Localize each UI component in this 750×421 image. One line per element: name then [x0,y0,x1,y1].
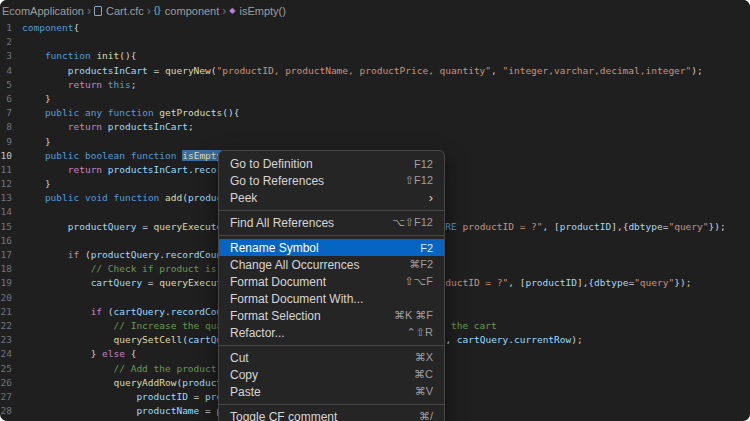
code-text: } [22,135,51,149]
code-line[interactable]: 7 public any function getProducts(){ [0,106,750,120]
menu-item-cut[interactable]: Cut⌘X [219,349,444,366]
code-text: return productsInCart; [22,120,194,134]
line-number: 5 [0,78,22,92]
line-number: 6 [0,92,22,106]
menu-item-find-all-references[interactable]: Find All References⌥⇧F12 [219,214,444,231]
menu-separator [219,210,444,211]
context-menu: Go to DefinitionF12Go to References⇧F12P… [218,150,445,421]
line-number: 4 [0,64,22,78]
code-line[interactable]: 3 function init(){ [0,49,750,63]
code-line[interactable]: 8 return productsInCart; [0,120,750,134]
breadcrumb-item-cart-cfc[interactable]: Cart.cfc [94,5,144,17]
menu-item-label: Toggle CF comment [230,410,337,421]
menu-item-format-document[interactable]: Format Document⇧⌥F [219,273,444,290]
menu-item-shortcut: F12 [414,158,433,170]
menu-separator [219,235,444,236]
menu-item-label: Format Document With... [230,292,363,306]
line-number: 20 [0,291,22,305]
code-text: } [22,177,51,191]
code-editor-window: EcomApplication›Cart.cfc›{}component›◆is… [0,0,750,421]
line-number: 9 [0,135,22,149]
menu-separator [219,345,444,346]
line-number: 11 [0,163,22,177]
code-text: return this; [22,78,136,92]
code-line[interactable]: 4 productsInCart = queryNew("productID, … [0,64,750,78]
menu-item-paste[interactable]: Paste⌘V [219,383,444,400]
menu-item-rename-symbol[interactable]: Rename SymbolF2 [219,239,444,256]
line-number: 2 [0,35,22,49]
code-line[interactable]: 6 } [0,92,750,106]
menu-item-label: Go to References [230,174,324,188]
menu-item-label: Format Document [230,275,326,289]
breadcrumb-label: component [165,5,219,17]
menu-item-label: Cut [230,351,249,365]
breadcrumb-label: Cart.cfc [106,5,144,17]
line-number: 15 [0,220,22,234]
menu-item-format-selection[interactable]: Format Selection⌘K ⌘F [219,307,444,324]
menu-item-shortcut: ⌃⇧R [407,326,433,339]
menu-item-shortcut: ⌘V [415,385,433,398]
menu-item-copy[interactable]: Copy⌘C [219,366,444,383]
code-line[interactable]: 1component{ [0,21,750,35]
breadcrumb: EcomApplication›Cart.cfc›{}component›◆is… [0,0,750,19]
selected-symbol[interactable]: isEmpty [182,150,222,161]
line-number: 27 [0,390,22,404]
menu-item-label: Refactor... [230,326,285,340]
menu-item-shortcut: ⌘K ⌘F [394,309,433,322]
menu-item-label: Peek [230,191,257,205]
breadcrumb-item-component[interactable]: {}component [154,5,219,17]
method-icon: ◆ [229,7,235,15]
menu-item-format-document-with[interactable]: Format Document With... [219,290,444,307]
menu-item-label: Find All References [230,216,334,230]
line-number: 3 [0,49,22,63]
menu-item-go-to-references[interactable]: Go to References⇧F12 [219,172,444,189]
menu-item-label: Rename Symbol [230,241,319,255]
line-number: 14 [0,205,22,219]
menu-item-shortcut: ⌘/ [419,410,433,421]
menu-item-shortcut: F2 [420,242,433,254]
menu-item-go-to-definition[interactable]: Go to DefinitionF12 [219,155,444,172]
submenu-chevron-icon: › [429,191,433,204]
code-text: public boolean function isEmpty(){ [22,149,239,163]
line-number: 1 [0,21,22,35]
menu-item-refactor[interactable]: Refactor...⌃⇧R [219,324,444,341]
menu-item-label: Copy [230,368,258,382]
code-text: } [22,92,51,106]
code-line[interactable]: 2 [0,35,750,49]
code-text: component{ [22,21,79,35]
line-number: 10 [0,149,22,163]
menu-item-label: Format Selection [230,309,321,323]
chevron-right-icon: › [147,5,151,17]
menu-item-shortcut: ⌘C [414,368,433,381]
menu-item-shortcut: ⌥⇧F12 [392,216,433,229]
code-text: public any function getProducts(){ [22,106,239,120]
chevron-right-icon: › [222,5,226,17]
menu-item-shortcut: ⇧⌥F [404,275,433,288]
line-number: 12 [0,177,22,191]
code-text: public void function add(productID){ [22,191,251,205]
line-number: 21 [0,305,22,319]
line-number: 22 [0,319,22,333]
code-line[interactable]: 9 } [0,135,750,149]
breadcrumb-item-ecomapplication[interactable]: EcomApplication [2,5,84,17]
menu-item-peek[interactable]: Peek› [219,189,444,206]
code-line[interactable]: 5 return this; [0,78,750,92]
code-text: productsInCart = queryNew("productID, pr… [22,64,703,78]
line-number: 24 [0,347,22,361]
menu-item-label: Paste [230,385,261,399]
line-number: 19 [0,276,22,290]
menu-item-shortcut: ⌘X [415,351,433,364]
menu-item-change-all-occurrences[interactable]: Change All Occurrences⌘F2 [219,256,444,273]
line-number: 8 [0,120,22,134]
menu-item-toggle-cf-comment[interactable]: Toggle CF comment⌘/ [219,408,444,421]
breadcrumb-item-isempty[interactable]: ◆isEmpty() [229,5,286,17]
line-number: 13 [0,191,22,205]
menu-item-label: Go to Definition [230,157,313,171]
menu-separator [219,404,444,405]
line-number: 17 [0,248,22,262]
breadcrumb-label: isEmpty() [239,5,285,17]
line-number: 28 [0,404,22,418]
line-number: 25 [0,362,22,376]
line-number: 7 [0,106,22,120]
line-number: 26 [0,376,22,390]
